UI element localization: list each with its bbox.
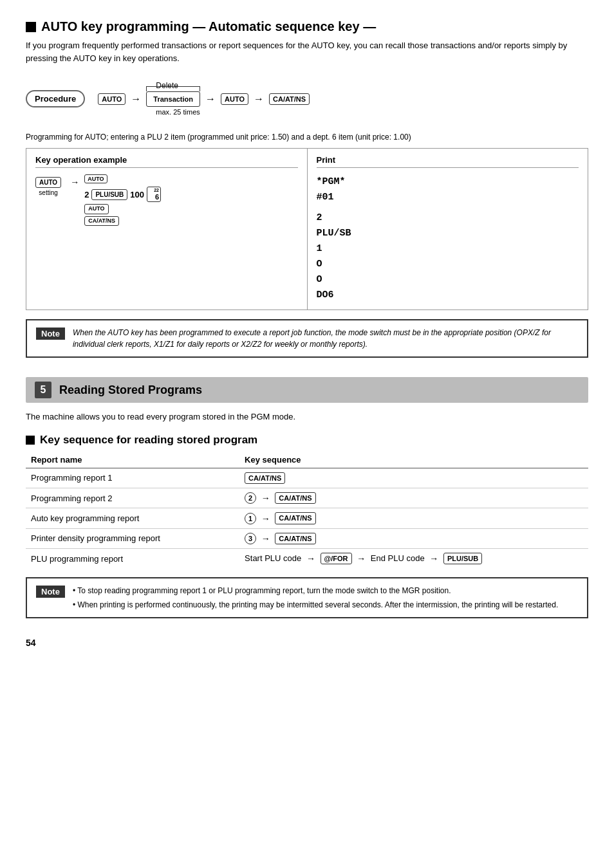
procedure-label: Procedure	[26, 90, 85, 107]
col1-header: Report name	[26, 452, 239, 468]
print-line-2: #01	[317, 190, 579, 205]
print-line-5: 1	[317, 241, 579, 257]
note-item-2: When printing is performed continuously,…	[73, 599, 558, 611]
procedure-diagram: Delete AUTO → Transaction → AUTO → CA/AT…	[98, 81, 310, 116]
top-row-keys: AUTO	[84, 174, 107, 185]
example-col-header: Key operation example	[35, 155, 298, 168]
table-row: Programming report 1 CA/AT/NS	[26, 468, 588, 488]
key-seq-3: 1 → CA/AT/NS	[239, 508, 588, 528]
ca-at-ns-r4: CA/AT/NS	[275, 533, 315, 544]
ca-at-ns-r3: CA/AT/NS	[275, 512, 315, 524]
key-seq-5: Start PLU code → @/FOR → End PLU code → …	[239, 548, 588, 568]
sub-heading-square	[26, 436, 35, 445]
table-row: Auto key programming report 1 → CA/AT/NS	[26, 508, 588, 528]
procedure-area: Procedure Delete AUTO → Transaction → AU…	[26, 75, 588, 122]
bracket-top	[146, 86, 200, 87]
note-box-2: Note To stop reading programming report …	[26, 577, 588, 618]
report-name-4: Printer density programming report	[26, 528, 239, 548]
auto-badge: AUTO	[84, 174, 107, 183]
ca-at-ns-r2: CA/AT/NS	[275, 492, 315, 504]
circle-1: 1	[245, 513, 256, 524]
key-seq-2: 2 → CA/AT/NS	[239, 488, 588, 508]
auto-key-1: AUTO	[98, 93, 126, 105]
end-plu-label: End PLU code	[371, 553, 425, 563]
arrow-r2: →	[261, 493, 270, 503]
transaction-box: Transaction	[146, 91, 200, 107]
auto-setting-label: setting	[39, 189, 57, 196]
plu-sub-key: PLU/SUB	[91, 189, 127, 200]
main-heading-text: AUTO key programming — Automatic sequenc…	[41, 19, 376, 34]
bracket-right	[200, 86, 200, 91]
print-content: *PGM* #01 2 PLU/SB 1 O O DO6	[317, 174, 579, 303]
print-line-1: *PGM*	[317, 174, 579, 190]
print-line-3: 2	[317, 210, 579, 226]
circle-2: 2	[245, 492, 256, 504]
arrow-1: →	[131, 93, 141, 105]
ca-at-ns-r1: CA/AT/NS	[245, 472, 285, 484]
auto-key-op: AUTO	[35, 177, 61, 188]
auto-key-2: AUTO	[221, 93, 248, 105]
report-name-3: Auto key programming report	[26, 508, 239, 528]
programming-note: Programming for AUTO; entering a PLU 2 i…	[26, 131, 588, 143]
key-seq-heading: Key sequence for reading stored program	[26, 434, 588, 447]
sub-heading-text: Key sequence for reading stored program	[40, 434, 257, 447]
print-line-8: DO6	[317, 288, 579, 303]
key-op-row-1: AUTO setting → AUTO 2 PLU/SUB 100	[35, 174, 298, 226]
auto-small-top: AUTO	[84, 174, 107, 183]
print-line-4: PLU/SB	[317, 226, 579, 241]
auto-below-row: AUTO	[84, 204, 108, 214]
six-bot: 6	[149, 193, 159, 201]
print-col-header: Print	[317, 155, 579, 168]
arrow-r5b: →	[357, 553, 366, 564]
report-name-1: Programming report 1	[26, 468, 239, 488]
key-seq-1: CA/AT/NS	[239, 468, 588, 488]
arrow-3: →	[254, 93, 264, 105]
keys-col: AUTO 2 PLU/SUB 100 22 6 AUTO	[84, 174, 161, 226]
print-line-7: O	[317, 272, 579, 288]
arrow-r5c: →	[429, 553, 438, 564]
plu-sub-key-r5: PLU/SUB	[443, 553, 482, 564]
key-seq-4: 3 → CA/AT/NS	[239, 528, 588, 548]
arrow-r5a: →	[306, 553, 315, 564]
delete-label: Delete	[156, 81, 178, 90]
ca-at-ns-key-1: CA/AT/NS	[269, 93, 310, 105]
print-blank	[317, 205, 579, 210]
num-2: 2	[84, 190, 89, 199]
table-row: Printer density programming report 3 → C…	[26, 528, 588, 548]
six-top: 22	[149, 188, 159, 193]
auto-setting-col: AUTO setting	[35, 177, 61, 196]
transaction-key: Transaction	[146, 91, 200, 107]
note-item-1: To stop reading programming report 1 or …	[73, 585, 558, 596]
example-col: Key operation example AUTO setting → AUT…	[26, 149, 308, 309]
section-5-number: 5	[35, 382, 51, 398]
page-number: 54	[26, 638, 588, 648]
col2-header: Key sequence	[239, 452, 588, 468]
key-op-diagram: AUTO setting → AUTO 2 PLU/SUB 100	[35, 174, 298, 226]
report-name-2: Programming report 2	[26, 488, 239, 508]
section-5-title: Reading Stored Programs	[59, 383, 202, 397]
start-plu-label: Start PLU code	[245, 553, 301, 563]
at-for-key: @/FOR	[321, 553, 352, 564]
note-label-2: Note	[36, 586, 65, 598]
note-box-1: Note When the AUTO key has been programm…	[26, 319, 588, 358]
note-text-1: When the AUTO key has been programmed to…	[73, 327, 578, 350]
note-label-1: Note	[36, 328, 65, 340]
table-row: Programming report 2 2 → CA/AT/NS	[26, 488, 588, 508]
bracket-wrapper: Transaction	[146, 91, 200, 107]
intro-text: If you program frequently performed tran…	[26, 39, 588, 64]
proc-row: AUTO → Transaction → AUTO → CA/AT/NS	[98, 91, 310, 107]
heading-square-icon	[26, 22, 36, 32]
note-text-2: To stop reading programming report 1 or …	[73, 585, 558, 611]
section-5-intro: The machine allows you to read every pro…	[26, 411, 588, 423]
table-row: PLU programming report Start PLU code → …	[26, 548, 588, 568]
arrow-r3: →	[261, 513, 270, 524]
print-col: Print *PGM* #01 2 PLU/SB 1 O O DO6	[308, 149, 588, 309]
num-100: 100	[130, 190, 144, 199]
ca-at-ns-key-op: CA/AT/NS	[84, 216, 119, 226]
circle-3: 3	[245, 533, 256, 544]
key-seq-table: Report name Key sequence Programming rep…	[26, 452, 588, 568]
arrow-r4: →	[261, 533, 270, 544]
bracket-left	[146, 86, 147, 91]
auto-key-below: AUTO	[84, 204, 108, 214]
print-line-6: O	[317, 257, 579, 272]
